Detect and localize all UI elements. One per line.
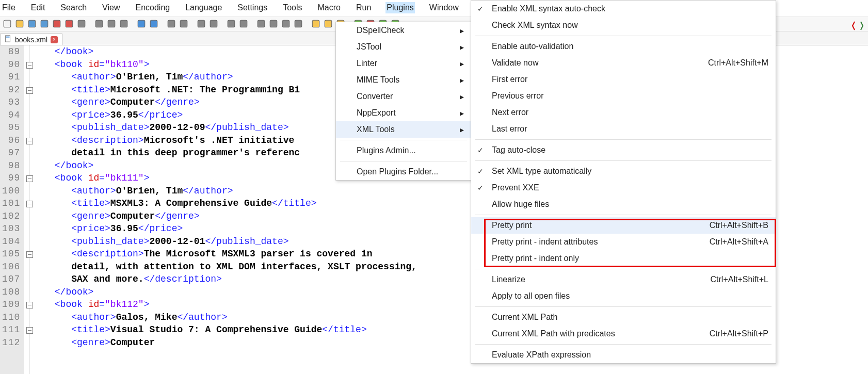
menu-item[interactable]: Pretty printCtrl+Alt+Shift+B bbox=[471, 217, 776, 234]
code-line[interactable]: <title>Visual Studio 7: A Comprehensive … bbox=[38, 323, 422, 336]
menu-item[interactable]: XML Tools▸ bbox=[336, 121, 471, 138]
fold-toggle[interactable] bbox=[26, 175, 33, 182]
fold-toggle[interactable] bbox=[26, 201, 33, 207]
menu-item-label: MIME Tools bbox=[357, 75, 399, 85]
code-line[interactable]: <author>O'Brien, Tim</author> bbox=[38, 185, 422, 198]
fold-toggle[interactable] bbox=[26, 327, 33, 334]
menu-item[interactable]: ✓Set XML type automatically bbox=[471, 163, 776, 180]
save-all-button[interactable] bbox=[39, 19, 50, 29]
lang-button[interactable] bbox=[293, 19, 303, 29]
zoom-out-button[interactable] bbox=[208, 19, 219, 29]
find-button[interactable] bbox=[166, 19, 176, 29]
doc-map-button[interactable] bbox=[311, 19, 321, 29]
all-chars-button[interactable] bbox=[268, 19, 279, 29]
plugins-menu[interactable]: DSpellCheck▸JSTool▸Linter▸MIME Tools▸Con… bbox=[335, 22, 472, 181]
code-line[interactable]: <book id="bk112"> bbox=[38, 298, 422, 311]
menu-window[interactable]: Window bbox=[428, 2, 460, 13]
menu-item[interactable]: Current XML Path with predicatesCtrl+Alt… bbox=[471, 326, 776, 342]
menu-item[interactable]: Next error bbox=[471, 104, 776, 121]
cut-button[interactable] bbox=[94, 19, 104, 29]
print-button[interactable] bbox=[76, 19, 87, 29]
code-line[interactable]: <publish_date>2000-12-01</publish_date> bbox=[38, 235, 422, 248]
menu-item[interactable]: Linter▸ bbox=[336, 55, 471, 72]
close-all-button[interactable] bbox=[64, 19, 74, 29]
menu-plugins[interactable]: Plugins bbox=[385, 2, 414, 13]
menu-separator bbox=[340, 161, 467, 161]
menu-settings[interactable]: Settings bbox=[236, 2, 268, 13]
menu-language[interactable]: Language bbox=[184, 2, 223, 13]
wrap-button[interactable] bbox=[256, 19, 266, 29]
indent-guide-button[interactable] bbox=[281, 19, 291, 29]
code-line[interactable]: <genre>Computer bbox=[38, 336, 422, 349]
replace-button[interactable] bbox=[179, 19, 189, 29]
menu-item[interactable]: NppExport▸ bbox=[336, 105, 471, 121]
svg-rect-11 bbox=[150, 20, 157, 27]
menu-item[interactable]: Plugins Admin... bbox=[336, 142, 471, 159]
code-line[interactable]: <author>Galos, Mike</author> bbox=[38, 311, 422, 324]
zoom-in-button[interactable] bbox=[196, 19, 206, 29]
menu-item[interactable]: First error bbox=[471, 71, 776, 88]
fold-margin[interactable] bbox=[24, 45, 35, 374]
tab-close-button[interactable]: × bbox=[51, 36, 58, 43]
close-button[interactable] bbox=[52, 19, 62, 29]
menu-item[interactable]: Validate nowCtrl+Alt+Shift+M bbox=[471, 55, 776, 71]
code-line[interactable]: <genre>Computer</genre> bbox=[38, 210, 422, 223]
new-button[interactable] bbox=[2, 19, 12, 29]
menu-item[interactable]: ✓Prevent XXE bbox=[471, 180, 776, 196]
menu-item[interactable]: Enable auto-validation bbox=[471, 38, 776, 55]
menu-item[interactable]: MIME Tools▸ bbox=[336, 72, 471, 88]
save-button[interactable] bbox=[27, 19, 37, 29]
menu-edit[interactable]: Edit bbox=[30, 2, 46, 13]
svg-rect-22 bbox=[312, 20, 319, 27]
menu-file[interactable]: File bbox=[1, 2, 17, 13]
open-button[interactable] bbox=[14, 19, 25, 29]
menu-item[interactable]: Check XML syntax now bbox=[471, 17, 776, 34]
code-line[interactable]: <title>MSXML3: A Comprehensive Guide</ti… bbox=[38, 197, 422, 210]
menu-search[interactable]: Search bbox=[59, 2, 88, 13]
code-line[interactable]: </book> bbox=[38, 286, 422, 299]
menu-item[interactable]: Converter▸ bbox=[336, 88, 471, 105]
fold-toggle[interactable] bbox=[26, 251, 33, 258]
menu-item[interactable]: Pretty print - indent only bbox=[471, 250, 776, 267]
menu-item[interactable]: Current XML Path bbox=[471, 309, 776, 326]
code-line[interactable]: <description>The Microsoft MSXML3 parser… bbox=[38, 248, 422, 261]
redo-button[interactable] bbox=[149, 19, 159, 29]
menu-item[interactable]: Allow huge files bbox=[471, 196, 776, 213]
fold-toggle[interactable] bbox=[26, 138, 33, 144]
menu-run[interactable]: Run bbox=[355, 2, 372, 13]
menu-item-label: Open Plugins Folder... bbox=[357, 167, 438, 176]
code-line[interactable]: detail, with attention to XML DOM interf… bbox=[38, 261, 422, 273]
sync-v-button[interactable] bbox=[226, 19, 236, 29]
menu-item[interactable]: ✓Tag auto-close bbox=[471, 142, 776, 158]
sync-h-button[interactable] bbox=[238, 19, 249, 29]
code-line[interactable]: SAX and more.</description> bbox=[38, 273, 422, 286]
menu-view[interactable]: View bbox=[101, 2, 121, 13]
menu-macro[interactable]: Macro bbox=[317, 2, 342, 13]
menu-item[interactable]: DSpellCheck▸ bbox=[336, 22, 471, 39]
fold-toggle[interactable] bbox=[26, 62, 33, 69]
undo-button[interactable] bbox=[136, 19, 147, 29]
menu-item[interactable]: Pretty print - indent attributesCtrl+Alt… bbox=[471, 234, 776, 250]
menu-item[interactable]: Apply to all open files bbox=[471, 288, 776, 304]
fold-toggle[interactable] bbox=[26, 302, 33, 308]
menu-item[interactable]: LinearizeCtrl+Alt+Shift+L bbox=[471, 271, 776, 288]
fold-toggle[interactable] bbox=[26, 87, 33, 94]
code-line[interactable]: <price>36.95</price> bbox=[38, 222, 422, 235]
menu-item[interactable]: Last error bbox=[471, 121, 776, 137]
menu-item[interactable]: ✓Enable XML syntax auto-check bbox=[471, 1, 776, 17]
paste-button[interactable] bbox=[119, 19, 129, 29]
menu-item[interactable]: Previous error bbox=[471, 88, 776, 104]
svg-rect-0 bbox=[4, 20, 11, 27]
menu-encoding[interactable]: Encoding bbox=[134, 2, 171, 13]
compare-icon[interactable] bbox=[847, 19, 868, 33]
menu-item[interactable]: Open Plugins Folder... bbox=[336, 164, 471, 180]
menu-item[interactable]: JSTool▸ bbox=[336, 39, 471, 55]
menu-item-label: Check XML syntax now bbox=[492, 21, 578, 30]
func-list-button[interactable] bbox=[323, 19, 333, 29]
copy-button[interactable] bbox=[106, 19, 117, 29]
menu-item[interactable]: Evaluate XPath expression bbox=[471, 347, 776, 363]
file-tab[interactable]: books.xml × bbox=[0, 34, 62, 45]
menu-tools[interactable]: Tools bbox=[282, 2, 303, 13]
svg-rect-30 bbox=[6, 37, 10, 37]
xmltools-submenu[interactable]: ✓Enable XML syntax auto-checkCheck XML s… bbox=[471, 0, 776, 364]
